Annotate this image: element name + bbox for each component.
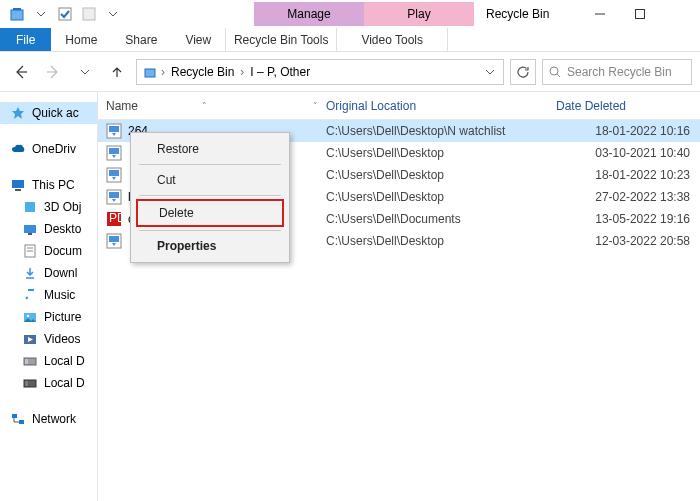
qat-color-icon[interactable] [78,3,100,25]
svg-point-22 [27,315,30,318]
qat-more-icon[interactable] [102,3,124,25]
navigation-pane: Quick ac OneDriv This PC 3D ObjDesktoDoc… [0,92,98,501]
svg-rect-1 [13,8,21,10]
video-icon [106,233,122,249]
sidebar-item-label: Deskto [44,222,81,236]
sort-ascending-icon: ˄ [202,101,207,111]
sidebar-item-this-pc[interactable]: This PC [0,174,97,196]
column-label: Name [106,99,138,113]
forward-button[interactable] [40,59,66,85]
sidebar-item-quick-access[interactable]: Quick ac [0,102,97,124]
svg-rect-41 [109,236,119,242]
svg-rect-31 [109,126,119,132]
breadcrumb-label: Recycle Bin [171,65,234,79]
context-tab-play: Play [364,2,474,26]
menu-item-properties[interactable]: Properties [133,234,287,258]
sidebar-item-onedrive[interactable]: OneDriv [0,138,97,160]
svg-rect-14 [24,225,36,233]
back-button[interactable] [8,59,34,85]
svg-rect-37 [109,192,119,198]
sidebar-item-label: 3D Obj [44,200,81,214]
chevron-right-icon[interactable]: › [240,65,244,79]
folder-icon [22,375,38,391]
video-icon [106,167,122,183]
menu-item-cut[interactable]: Cut [133,168,287,192]
star-icon [10,105,26,121]
file-original-location: C:\Users\Dell\Desktop [326,234,556,248]
column-headers: Name ˄ ˅ Original Location Date Deleted [98,92,700,120]
file-date-deleted: 12-03-2022 20:58 [556,234,700,248]
up-button[interactable] [104,59,130,85]
column-dropdown-icon[interactable]: ˅ [313,101,318,111]
cloud-icon [10,141,26,157]
sidebar-item-label: Network [32,412,76,426]
minimize-button[interactable] [580,0,620,28]
chevron-right-icon[interactable]: › [161,65,165,79]
network-icon [10,411,26,427]
navigation-bar: › Recycle Bin › I – P, Other Search Recy… [0,52,700,92]
svg-text:PDF: PDF [109,211,122,225]
search-icon [549,66,561,78]
sidebar-item-label: Docum [44,244,82,258]
sidebar-item-label: Videos [44,332,80,346]
history-dropdown-icon[interactable] [72,59,98,85]
file-date-deleted: 03-10-2021 10:40 [556,146,700,160]
tab-view[interactable]: View [171,28,225,51]
refresh-button[interactable] [510,59,536,85]
folder-icon [22,265,38,281]
menu-separator [139,195,281,196]
breadcrumb-segment[interactable]: Recycle Bin [167,65,238,79]
folder-icon [22,243,38,259]
column-header-date-deleted[interactable]: Date Deleted [556,99,700,113]
file-date-deleted: 27-02-2022 13:38 [556,190,700,204]
sidebar-item[interactable]: Downl [0,262,97,284]
tab-video-tools[interactable]: Video Tools [337,28,447,51]
svg-rect-27 [25,381,28,386]
folder-icon [22,221,38,237]
search-box[interactable]: Search Recycle Bin [542,59,692,85]
tab-share[interactable]: Share [111,28,171,51]
qat-checkbox-icon[interactable] [54,3,76,25]
svg-rect-35 [109,170,119,176]
sidebar-item-label: Quick ac [32,106,79,120]
sidebar-item[interactable]: 3D Obj [0,196,97,218]
sidebar-item[interactable]: Videos [0,328,97,350]
video-icon [106,189,122,205]
sidebar-item-label: OneDriv [32,142,76,156]
recycle-bin-icon[interactable] [6,3,28,25]
sidebar-item-label: Picture [44,310,81,324]
svg-rect-5 [636,10,645,19]
sidebar-item-label: Local D [44,354,85,368]
address-dropdown-icon[interactable] [485,67,495,77]
column-header-name[interactable]: Name ˄ ˅ [106,99,326,113]
breadcrumb-segment[interactable]: I – P, Other [246,65,314,79]
svg-rect-33 [109,148,119,154]
maximize-button[interactable] [620,0,660,28]
context-menu: Restore Cut Delete Properties [130,132,290,263]
sidebar-item[interactable]: Music [0,284,97,306]
tab-home[interactable]: Home [51,28,111,51]
folder-icon [22,287,38,303]
svg-rect-13 [25,202,35,212]
sidebar-item[interactable]: Local D [0,350,97,372]
menu-item-delete[interactable]: Delete [136,199,284,227]
menu-item-restore[interactable]: Restore [133,137,287,161]
content-area: Quick ac OneDriv This PC 3D ObjDesktoDoc… [0,92,700,501]
column-header-original-location[interactable]: Original Location [326,99,556,113]
qat-dropdown-icon[interactable] [30,3,52,25]
sidebar-item[interactable]: Deskto [0,218,97,240]
sidebar-item[interactable]: Local D [0,372,97,394]
sidebar-item-network[interactable]: Network [0,408,97,430]
breadcrumb-label: I – P, Other [250,65,310,79]
svg-rect-0 [11,10,23,20]
address-bar[interactable]: › Recycle Bin › I – P, Other [136,59,504,85]
sidebar-item[interactable]: Docum [0,240,97,262]
tab-recycle-bin-tools[interactable]: Recycle Bin Tools [226,28,336,51]
file-original-location: C:\Users\Dell\Desktop\N watchlist [326,124,556,138]
quick-access-toolbar [0,3,124,25]
tab-file[interactable]: File [0,28,51,51]
recycle-bin-icon [141,63,159,81]
sidebar-item[interactable]: Picture [0,306,97,328]
folder-icon [22,199,38,215]
sidebar-item-label: Downl [44,266,77,280]
